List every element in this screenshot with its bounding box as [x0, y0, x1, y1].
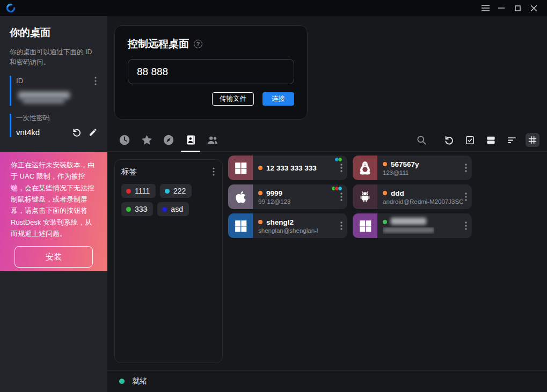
- tag-label: asd: [171, 205, 183, 213]
- checkbox-icon[interactable]: [463, 133, 477, 147]
- tab-group[interactable]: [206, 132, 219, 148]
- sort-lines-icon[interactable]: [505, 133, 519, 147]
- platform-icon: [353, 156, 377, 180]
- maximize-icon[interactable]: [509, 0, 526, 16]
- one-time-password-section: 一次性密码 vnt4kd: [10, 114, 98, 137]
- peer-card[interactable]: ddd android@Redmi-M2007J3SC: [353, 184, 472, 209]
- status-ready-dot: [119, 379, 125, 384]
- tags-title: 标签: [121, 167, 137, 177]
- close-icon[interactable]: [526, 0, 542, 16]
- peer-card[interactable]: 9999 99`12@123: [228, 184, 347, 209]
- peer-status-dot: [383, 162, 387, 166]
- password-label: 一次性密码: [16, 114, 98, 123]
- tag-chip[interactable]: 1111: [121, 184, 156, 198]
- menu-icon[interactable]: [477, 0, 493, 16]
- peer-name: [391, 218, 426, 226]
- tag-chip[interactable]: 333: [121, 202, 153, 216]
- tag-label: 222: [173, 187, 186, 195]
- tags-panel: 标签 1111 222 333 asd: [114, 159, 223, 363]
- peer-status-dot: [383, 191, 387, 195]
- peer-tabs: [118, 132, 219, 148]
- peer-card[interactable]: 567567y 123@111: [353, 156, 472, 180]
- transfer-file-button[interactable]: 传输文件: [212, 92, 254, 106]
- peer-username: android@Redmi-M2007J3SC: [383, 198, 463, 205]
- peer-username: 123@111: [383, 169, 419, 176]
- peer-card[interactable]: shengl2 shenglan@shenglan-l: [228, 213, 347, 238]
- peer-actions: [414, 133, 539, 147]
- remote-id-input[interactable]: [128, 59, 294, 84]
- peer-menu-icon[interactable]: [463, 161, 469, 174]
- remote-card-title: 控制远程桌面: [128, 37, 189, 51]
- password-value: vnt4kd: [16, 128, 40, 137]
- platform-icon: [228, 213, 253, 238]
- peer-card[interactable]: 12 333 333 333: [228, 156, 347, 180]
- tag-chip[interactable]: asd: [157, 202, 189, 216]
- tags-list: 1111 222 333 asd: [121, 184, 216, 216]
- tag-color-dot: [126, 207, 131, 212]
- peer-username: shenglan@shenglan-l: [258, 227, 318, 234]
- tab-recent-sessions[interactable]: [118, 132, 131, 148]
- main-area: 控制远程桌面 ? 传输文件 连接: [107, 16, 547, 392]
- peer-toolbar: [107, 129, 547, 152]
- tab-discovered[interactable]: [162, 132, 175, 148]
- grid-hash-icon[interactable]: [526, 133, 539, 147]
- peer-name: 567567y: [391, 160, 419, 168]
- tag-color-dot: [162, 207, 167, 212]
- rustdesk-logo: [5, 3, 16, 13]
- peer-grid: 12 333 333 333 567567y 123@111 9999: [228, 156, 472, 238]
- peer-name: ddd: [391, 189, 404, 197]
- peer-menu-icon[interactable]: [338, 161, 345, 174]
- tab-favorites[interactable]: [140, 132, 153, 148]
- platform-icon: [228, 156, 253, 180]
- peer-card[interactable]: [353, 213, 472, 238]
- peer-menu-icon[interactable]: [463, 190, 469, 203]
- sidebar-title: 你的桌面: [10, 26, 98, 40]
- tag-label: 333: [135, 205, 147, 213]
- id-section: ID: [10, 76, 98, 106]
- peer-status-dot: [383, 220, 387, 224]
- peer-menu-icon[interactable]: [463, 219, 469, 232]
- sidebar-your-desktop: 你的桌面 你的桌面可以通过下面的 ID 和密码访问。 ID 一次性密码: [0, 16, 107, 392]
- peer-username: 99`12@123: [258, 198, 290, 205]
- control-remote-desktop-card: 控制远程桌面 ? 传输文件 连接: [114, 25, 308, 120]
- minimize-icon[interactable]: [493, 0, 509, 16]
- platform-icon: [228, 184, 253, 209]
- tag-color-dot: [126, 189, 131, 194]
- connect-button[interactable]: 连接: [262, 92, 294, 106]
- id-kebab-menu-icon[interactable]: [93, 76, 98, 86]
- peer-status-dot: [258, 191, 262, 195]
- search-icon[interactable]: [414, 133, 428, 147]
- install-button[interactable]: 安装: [14, 246, 93, 268]
- peer-menu-icon[interactable]: [338, 219, 345, 232]
- refresh-password-icon[interactable]: [72, 128, 82, 137]
- peers-content: 标签 1111 222 333 asd: [114, 156, 547, 370]
- peer-name: 9999: [266, 189, 282, 197]
- id-label: ID: [16, 77, 24, 85]
- tag-chip[interactable]: 222: [160, 184, 192, 198]
- platform-icon: [353, 213, 377, 238]
- help-icon[interactable]: ?: [194, 40, 202, 48]
- uac-warning-banner: 你正在运行未安装版本，由于 UAC 限制，作为被控端，会在某些情况下无法控制鼠标…: [0, 152, 107, 271]
- tag-label: 1111: [135, 187, 150, 195]
- tag-color-dot: [165, 189, 170, 194]
- peer-username: [383, 227, 434, 234]
- peer-name: 12 333 333 333: [266, 164, 317, 172]
- rustdesk-window: 你的桌面 你的桌面可以通过下面的 ID 和密码访问。 ID 一次性密码: [0, 0, 547, 392]
- sidebar-description: 你的桌面可以通过下面的 ID 和密码访问。: [10, 47, 98, 68]
- warning-text: 你正在运行未安装版本，由于 UAC 限制，作为被控端，会在某些情况下无法控制鼠标…: [11, 159, 97, 239]
- peer-status-dot: [258, 166, 262, 170]
- refresh-icon[interactable]: [442, 133, 456, 147]
- peer-menu-icon[interactable]: [338, 190, 345, 203]
- id-value-redacted: [16, 91, 98, 106]
- peer-status-dot: [258, 220, 262, 224]
- tab-address-book[interactable]: [184, 132, 197, 148]
- tags-kebab-menu-icon[interactable]: [211, 166, 216, 177]
- titlebar: [0, 0, 547, 16]
- statusbar: 就绪: [107, 370, 547, 392]
- edit-pencil-icon[interactable]: [89, 128, 98, 137]
- status-text: 就绪: [132, 376, 147, 386]
- platform-icon: [353, 184, 377, 209]
- peer-name: shengl2: [266, 218, 294, 226]
- cards-view-icon[interactable]: [484, 133, 498, 147]
